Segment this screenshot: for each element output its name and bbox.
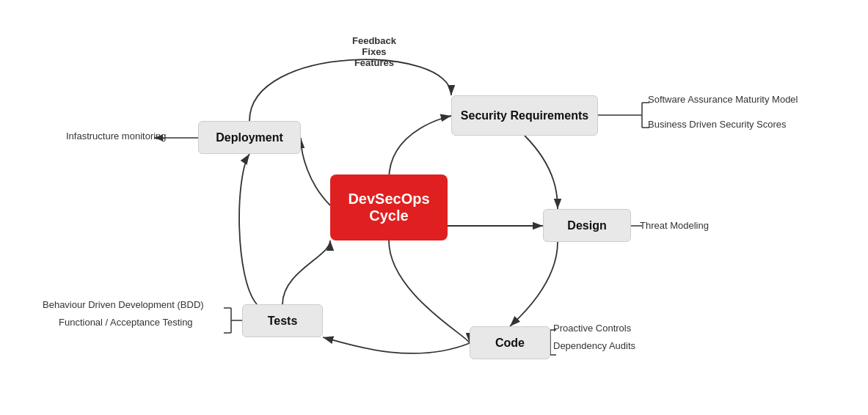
feedback-line2: Fixes (352, 46, 396, 57)
bdss-text: Business Driven Security Scores (648, 119, 787, 130)
samm-text: Software Assurance Maturity Model (648, 94, 798, 105)
code-node: Code (470, 326, 550, 359)
functional-text: Functional / Acceptance Testing (59, 317, 193, 328)
feedback-label: Feedback Fixes Features (352, 35, 396, 68)
bdd-text: Behaviour Driven Development (BDD) (43, 299, 204, 310)
design-node: Design (543, 209, 631, 242)
deployment-node: Deployment (198, 121, 301, 154)
feedback-line1: Feedback (352, 35, 396, 46)
infra-text: Infastructure monitoring (66, 131, 167, 142)
tests-node: Tests (242, 304, 323, 337)
threat-text: Threat Modeling (640, 220, 709, 231)
feedback-line3: Features (352, 57, 396, 68)
center-label-line2: Cycle (369, 208, 408, 224)
tests-label: Tests (268, 315, 298, 328)
diagram-container: DevSecOps Cycle Security Requirements De… (0, 0, 868, 415)
proactive-text: Proactive Controls (553, 323, 631, 334)
threat-label: Threat Modeling (640, 220, 709, 231)
dependency-label: Dependency Audits (553, 340, 635, 351)
infra-label: Infastructure monitoring (66, 131, 167, 142)
dependency-text: Dependency Audits (553, 340, 635, 351)
center-node: DevSecOps Cycle (330, 175, 448, 240)
center-label-line1: DevSecOps (348, 191, 429, 207)
design-label: Design (567, 219, 606, 232)
security-node: Security Requirements (451, 95, 598, 136)
deployment-label: Deployment (216, 131, 283, 144)
code-label: Code (495, 337, 525, 350)
bdss-label: Business Driven Security Scores (648, 119, 787, 130)
bdd-label: Behaviour Driven Development (BDD) (43, 299, 204, 310)
security-label: Security Requirements (461, 109, 588, 122)
proactive-label: Proactive Controls (553, 323, 631, 334)
functional-label: Functional / Acceptance Testing (59, 317, 193, 328)
samm-label: Software Assurance Maturity Model (648, 94, 798, 105)
